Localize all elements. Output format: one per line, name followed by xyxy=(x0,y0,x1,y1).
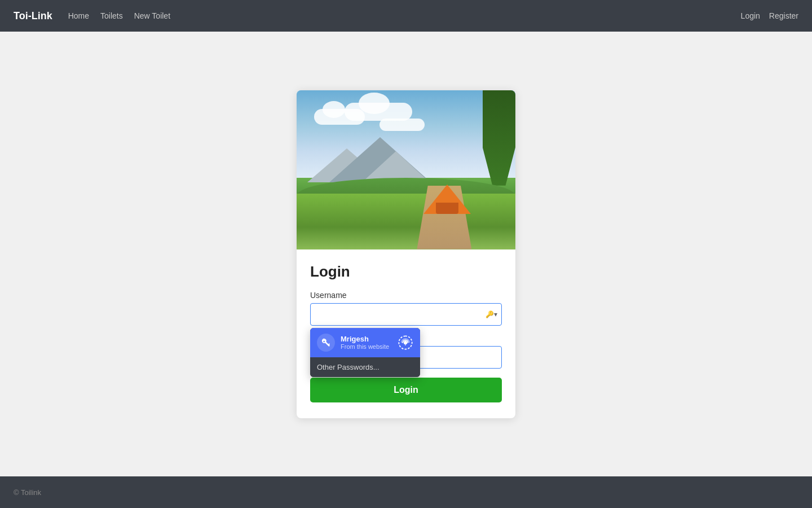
navbar-brand[interactable]: Toi-Link xyxy=(14,10,52,22)
autocomplete-username: Mrigesh xyxy=(341,335,392,343)
autocomplete-mrigesh[interactable]: Mrigesh From this website xyxy=(310,328,420,357)
footer-text: © Toilink xyxy=(14,488,41,497)
login-form: Login Username 🔑▾ Mrigesh xyxy=(297,249,515,418)
login-card: Login Username 🔑▾ Mrigesh xyxy=(297,90,515,418)
username-input[interactable] xyxy=(310,303,502,326)
meadow2 xyxy=(297,194,515,249)
autocomplete-source: From this website xyxy=(341,343,392,350)
navbar: Toi-Link Home Toilets New Toilet Login R… xyxy=(0,0,812,32)
cloud-2 xyxy=(345,103,412,121)
nav-toilets[interactable]: Toilets xyxy=(100,11,123,20)
nav-home[interactable]: Home xyxy=(68,11,89,20)
navbar-left: Toi-Link Home Toilets New Toilet xyxy=(14,10,170,22)
footer: © Toilink xyxy=(0,476,812,508)
fingerprint-icon xyxy=(398,335,413,351)
username-label: Username xyxy=(310,291,502,300)
navbar-right: Login Register xyxy=(741,11,798,20)
autocomplete-dropdown: Mrigesh From this website Other Password… xyxy=(310,328,420,377)
nav-new-toilet[interactable]: New Toilet xyxy=(134,11,170,20)
key-icon xyxy=(317,334,335,352)
cloud-3 xyxy=(379,119,425,131)
tent xyxy=(423,185,471,214)
login-button[interactable]: Login xyxy=(310,378,502,402)
scene xyxy=(297,90,515,249)
navbar-links: Home Toilets New Toilet xyxy=(68,11,170,20)
other-passwords-option[interactable]: Other Passwords... xyxy=(310,357,420,377)
login-title: Login xyxy=(310,263,502,281)
nav-register[interactable]: Register xyxy=(769,11,798,20)
autocomplete-text: Mrigesh From this website xyxy=(341,335,392,350)
svg-point-0 xyxy=(404,341,407,344)
hero-image xyxy=(297,90,515,249)
key-svg xyxy=(321,338,330,347)
username-input-wrapper: 🔑▾ Mrigesh From this website xyxy=(310,303,502,326)
nav-login[interactable]: Login xyxy=(741,11,760,20)
main-content: Login Username 🔑▾ Mrigesh xyxy=(0,32,812,476)
